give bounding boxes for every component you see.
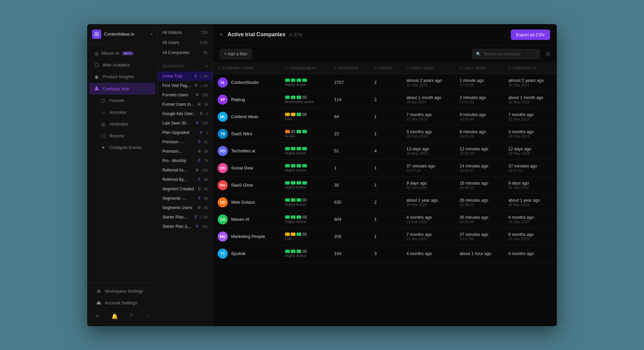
company-name: Content Ideas — [231, 114, 258, 119]
sessions-cell: 635 — [329, 194, 369, 211]
export-csv-button[interactable]: Export as CSV — [511, 30, 550, 40]
workspace-settings-item[interactable]: ⚙ Workspace Settings — [91, 286, 153, 297]
sidebar-item-configure-events[interactable]: ✦ Configure Events — [96, 142, 155, 153]
created-at-cell: about 1 year ago 28 Mar 2023 — [503, 194, 557, 211]
seg-badge-u: U — [197, 187, 202, 191]
table-row[interactable]: PD Techvibes.ai Highly Active 514 13 day… — [213, 142, 557, 159]
sidebar-item-reports[interactable]: ☐ Reports — [96, 130, 155, 142]
sidebar-item-funnels[interactable]: ⬡ Funnels — [96, 95, 155, 106]
sidebar-item-attribution[interactable]: ◎ Attribution — [96, 118, 155, 130]
col-first-seen[interactable]: ⠿FIRST SEEN — [402, 63, 455, 74]
sidebar-item-contacts-hub[interactable]: Contacts Hub — [89, 83, 155, 95]
engagement-bar — [302, 147, 307, 150]
columns-toggle-icon[interactable]: ⊞ — [546, 51, 550, 57]
seg-item-funnels-users[interactable]: Funnels Users U 295 — [158, 90, 213, 100]
sidebar-logo[interactable]: ContentIdeas.io ▾ — [87, 24, 157, 45]
seg-item-segments-users[interactable]: Segments Users U 80 — [158, 203, 213, 212]
seg-item-segment-created[interactable]: Segment Created U 80 — [158, 184, 213, 194]
notification-icon[interactable]: 🔔 — [110, 312, 119, 321]
seg-link-all-companies[interactable]: All Companies 3K — [158, 48, 213, 58]
first-seen-cell: 4 months ago — [402, 245, 455, 262]
seg-item-premium-dash[interactable]: Premium -... C 41 — [158, 137, 213, 147]
seg-item-count: 74 — [204, 159, 208, 163]
col-engagement[interactable]: ⠿ENGAGEMENT — [280, 63, 330, 74]
seg-link-all-users[interactable]: All Users 3.8K — [158, 38, 213, 48]
seg-item-starter-plan-dots[interactable]: Starter Plan... C 2.1K — [158, 212, 213, 222]
seg-item-segments-dash[interactable]: Segments -... C 68 — [158, 194, 213, 203]
sidebar-bottom: ⚙ Workspace Settings Account Settings ☀ … — [87, 282, 157, 326]
add-filter-button[interactable]: + Add a filter — [220, 49, 252, 59]
sidebar-item-maven-ai[interactable]: ◎ Maven AI BETA — [89, 48, 155, 59]
seg-item-count: 161 — [202, 224, 208, 229]
created-at-cell: 7 months ago 22 Nov 2023 — [503, 108, 557, 125]
seg-item-starter-plan-l[interactable]: Starter Plan (L... C 161 — [158, 222, 213, 231]
add-segment-button[interactable]: + — [205, 63, 208, 69]
sidebar-item-product-insights[interactable]: ◉ Product Insights — [89, 71, 155, 83]
col-last-seen[interactable]: ⠿LAST SEEN — [455, 63, 503, 74]
avatar: ML — [218, 112, 228, 122]
created-at-cell: 4 months ago — [503, 245, 557, 262]
table-row[interactable]: VP Replug Moderately active 1142 about 1… — [213, 91, 557, 108]
seg-item-name: Pro - Monthly — [162, 158, 195, 163]
seg-item-pro-monthly[interactable]: Pro - Monthly C 74 — [158, 156, 213, 165]
help-icon[interactable]: ? — [128, 312, 134, 320]
sidebar-item-journeys[interactable]: ○ Journeys — [96, 107, 155, 118]
table-row[interactable]: DD Web Golazo Highly Active 6352 about 1… — [213, 194, 557, 211]
first-seen-date: 28 Mar 2023 — [407, 203, 450, 207]
last-seen-ago: 16 minutes ago — [460, 181, 499, 186]
table-row[interactable]: GG Maven AI Highly Active 8041 4 months … — [213, 211, 557, 228]
table-row[interactable]: MG Marketing People Low 2051 7 months ag… — [213, 228, 557, 245]
col-company-name[interactable]: ⠿COMPANY NAME — [213, 63, 280, 74]
seg-item-funnel-users-in[interactable]: Funnel Users In... U 24 — [158, 100, 213, 109]
created-at-ago: 9 days ago — [508, 181, 552, 186]
seg-item-premium-dots[interactable]: Premium... U 28 — [158, 147, 213, 156]
table-row[interactable]: DD Social Dew Highly Active 11 37 minute… — [213, 159, 557, 177]
sidebar-bottom-icons: ☀ 🔔 ? → — [89, 309, 155, 323]
table-row[interactable]: TB SaaS Nitro At risk 221 3 months ago 2… — [213, 125, 557, 142]
seg-item-referred-as[interactable]: Referred As... U 102 — [158, 165, 213, 175]
all-companies-count: 3K — [203, 50, 208, 55]
account-settings-icon — [96, 300, 101, 306]
engagement-bar — [285, 181, 290, 185]
seg-item-name: Plan Upgraded — [162, 130, 197, 135]
created-at-cell: 3 months ago 28 Feb 2024 — [503, 125, 557, 142]
seg-item-plan-upgraded[interactable]: Plan Upgraded C 1 — [158, 128, 213, 137]
sidebar-item-label: Configure Events — [109, 145, 142, 150]
users-cell: 1 — [370, 211, 402, 228]
last-seen-time: 16:29:04 — [460, 220, 499, 224]
seg-item-first-visit[interactable]: First Visit Pag... U 1.3K — [158, 81, 213, 90]
engagement-bar — [297, 79, 301, 82]
sun-icon[interactable]: ☀ — [94, 312, 101, 321]
created-at-date: 01 Dec 2023 — [508, 237, 552, 241]
header-filter-icon: ≡ — [220, 32, 223, 38]
table-row[interactable]: TT Sputnik Highly Active 1943 4 months a… — [213, 245, 557, 262]
seg-item-google-ads[interactable]: Google Ads User... U 0 — [158, 109, 213, 118]
sidebar-item-web-analytics[interactable]: ☐ Web Analytics — [89, 59, 155, 71]
logout-icon[interactable]: → — [143, 312, 151, 320]
table-row[interactable]: ML Content Ideas Low 641 7 months ago 22… — [213, 108, 557, 125]
sessions-cell: 2757 — [329, 74, 369, 91]
search-input[interactable] — [473, 49, 540, 59]
sidebar-item-label: Funnels — [109, 98, 124, 103]
account-settings-item[interactable]: Account Settings — [91, 297, 153, 309]
sessions-cell: 1 — [329, 159, 369, 177]
seg-badge-c: C — [197, 158, 202, 163]
sessions-cell: 51 — [329, 142, 369, 159]
table-row[interactable]: VL ContentStudio Highly Active 27572 alm… — [213, 74, 557, 91]
col-sessions[interactable]: ⠿SESSIONS — [329, 63, 369, 74]
seg-item-last-seen[interactable]: Last Seen 30... C 536 — [158, 118, 213, 128]
first-seen-cell: about 1 month ago 29 Apr 2024 — [402, 91, 455, 108]
engagement-bar — [285, 130, 290, 133]
table-row[interactable]: RA SaaS Glow Highly Active 301 9 days ag… — [213, 177, 557, 194]
col-users[interactable]: ⠿USERS — [370, 63, 402, 74]
created-at-ago: about 1 month ago — [508, 95, 552, 100]
seg-item-referred-by[interactable]: Referred By... C 98 — [158, 175, 213, 184]
seg-badge-u: U — [199, 111, 204, 116]
seg-link-all-visitors[interactable]: All Visitors 22K — [158, 28, 213, 38]
seg-item-active-trial[interactable]: Active Trial... C 1.4K — [158, 71, 213, 81]
engagement-cell: Highly Active — [280, 245, 330, 262]
col-created-at[interactable]: ⠿CREATED AT — [503, 63, 557, 74]
engagement-bar — [291, 147, 296, 150]
users-cell: 1 — [370, 177, 402, 194]
company-cell: PD Techvibes.ai — [213, 142, 280, 159]
